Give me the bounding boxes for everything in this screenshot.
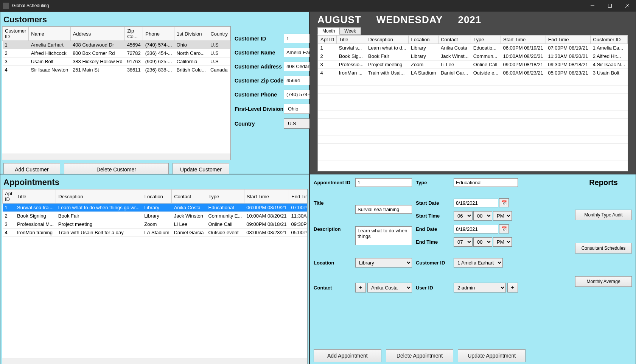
close-button[interactable] <box>619 0 636 11</box>
calendar-col-header[interactable]: Apt ID <box>318 36 337 44</box>
appointment-form-panel: Appointment ID Type Title Start Date 📅 S… <box>309 174 636 364</box>
calendar-day: WEDNESDAY <box>376 14 443 26</box>
table-row[interactable]: 3Usain Bolt383 Hickory Hollow Rd91763(90… <box>3 58 230 66</box>
apt-desc-label: Description <box>314 226 351 232</box>
svg-rect-1 <box>608 4 612 8</box>
tab-week[interactable]: Week <box>339 27 361 35</box>
add-user-icon[interactable]: + <box>507 283 518 292</box>
apt-enddate-input[interactable] <box>454 225 498 233</box>
minimize-button[interactable] <box>584 0 601 11</box>
table-row[interactable]: 2Alfred Hitchcock800 Box Corner Rd72782(… <box>3 49 230 58</box>
appointments-col-header[interactable]: Location <box>142 190 172 204</box>
appointments-col-header[interactable]: Apt ID <box>3 190 15 204</box>
customers-col-header[interactable]: Zip Co... <box>125 27 143 41</box>
customers-title: Customers <box>3 15 308 25</box>
table-row[interactable]: 2Book Sig...Book FairLibraryJack Winst..… <box>318 52 628 61</box>
update-appointment-button[interactable]: Update Appointment <box>458 349 526 362</box>
maximize-button[interactable] <box>601 0 619 11</box>
appointments-col-header[interactable]: Description <box>56 190 142 204</box>
customers-col-header[interactable]: Address <box>70 27 125 41</box>
reports-title: Reports <box>575 178 632 187</box>
appointments-col-header[interactable]: End Time <box>289 190 308 204</box>
tab-month[interactable]: Month <box>317 27 340 35</box>
customers-hscroll[interactable] <box>2 154 230 160</box>
apt-id-input[interactable] <box>355 178 412 187</box>
customer-id-label: Customer ID <box>235 36 284 42</box>
apt-title-label: Title <box>314 200 351 206</box>
window-title: Global Scheduling <box>12 3 49 8</box>
customers-panel: Customers Customer IDNameAddressZip Co..… <box>0 11 309 174</box>
calendar-col-header[interactable]: End Time <box>546 36 591 44</box>
customers-col-header[interactable]: 1st Division <box>174 27 208 41</box>
monthly-type-audit-button[interactable]: Monthly Type Audit <box>575 210 632 220</box>
appointments-hscroll[interactable] <box>2 358 307 364</box>
customers-col-header[interactable]: Name <box>29 27 70 41</box>
apt-customer-select[interactable]: 1 Amelia Earhart <box>454 258 503 268</box>
add-appointment-button[interactable]: Add Appointment <box>314 349 381 362</box>
apt-location-select[interactable]: Library <box>355 258 412 268</box>
add-contact-icon[interactable]: + <box>355 283 366 292</box>
customers-grid[interactable]: Customer IDNameAddressZip Co...Phone1st … <box>2 26 231 160</box>
calendar-year: 2021 <box>458 14 481 26</box>
appointments-col-header[interactable]: Start Time <box>244 190 289 204</box>
customers-col-header[interactable]: Phone <box>143 27 174 41</box>
customer-division-label: First-Level Division <box>235 106 284 112</box>
appointments-title: Appointments <box>3 177 308 187</box>
appointments-col-header[interactable]: Title <box>15 190 56 204</box>
apt-type-input[interactable] <box>454 178 518 187</box>
table-row[interactable]: 3Professio...Project meetingZoomLi LeeOn… <box>318 61 628 69</box>
calendar-icon[interactable]: 📅 <box>499 198 509 207</box>
apt-customer-label: Customer ID <box>416 260 450 266</box>
apt-start-ap[interactable]: PM <box>493 211 512 221</box>
apt-user-label: User ID <box>416 285 450 291</box>
table-row[interactable]: 3Professional M...Project meetingZoomLi … <box>3 220 308 229</box>
table-row[interactable]: 1Survial sea trai...Learn what to do whe… <box>3 204 308 212</box>
table-row[interactable]: 1Survial s...Learn what to d...LibraryAn… <box>318 44 628 52</box>
reports-panel: Reports Monthly Type Audit Consultant Sc… <box>575 178 632 287</box>
customers-col-header[interactable]: Country <box>208 27 230 41</box>
apt-start-hh[interactable]: 06 <box>454 211 473 221</box>
calendar-col-header[interactable]: Type <box>471 36 501 44</box>
table-row[interactable]: 4IronMan trainingTrain with Usain Bolt f… <box>3 229 308 237</box>
customer-zip-label: Customer Zip Code <box>235 78 284 84</box>
apt-end-ap[interactable]: PM <box>493 237 512 247</box>
apt-title-input[interactable] <box>355 205 412 214</box>
table-row[interactable]: 1Amelia Earhart408 Cedarwood Dr45694(740… <box>3 41 230 49</box>
calendar-col-header[interactable]: Description <box>366 36 409 44</box>
apt-desc-input[interactable] <box>355 226 412 245</box>
calendar-col-header[interactable]: Customer ID <box>591 36 628 44</box>
apt-type-label: Type <box>416 180 450 185</box>
appointments-grid[interactable]: Apt IDTitleDescriptionLocationContactTyp… <box>2 189 308 364</box>
titlebar: Global Scheduling <box>0 0 636 11</box>
table-row[interactable]: 4Sir Isaac Newton251 Main St38611(236) 8… <box>3 66 230 74</box>
calendar-col-header[interactable]: Contact <box>439 36 471 44</box>
apt-user-select[interactable]: 2 admin <box>454 283 506 292</box>
apt-startdate-label: Start Date <box>416 200 450 206</box>
apt-startdate-input[interactable] <box>454 199 498 207</box>
apt-starttime-label: Start Time <box>416 213 450 219</box>
consultant-schedules-button[interactable]: Consultant Schedules <box>575 243 632 254</box>
apt-end-hh[interactable]: 07 <box>454 237 473 247</box>
customer-name-label: Customer Name <box>235 50 284 56</box>
apt-contact-select[interactable]: Anika Costa <box>367 283 412 292</box>
calendar-col-header[interactable]: Title <box>337 36 366 44</box>
appointments-panel: Appointments Apt IDTitleDescriptionLocat… <box>0 174 309 364</box>
calendar-panel: AUGUST WEDNESDAY 2021 Month Week Apt IDT… <box>309 11 636 174</box>
calendar-grid[interactable]: Apt IDTitleDescriptionLocationContactTyp… <box>317 35 628 171</box>
customer-phone-label: Customer Phone <box>235 92 284 98</box>
calendar-col-header[interactable]: Location <box>409 36 439 44</box>
appointments-col-header[interactable]: Type <box>206 190 244 204</box>
customers-col-header[interactable]: Customer ID <box>3 27 29 41</box>
apt-enddate-label: End Date <box>416 226 450 232</box>
appointments-col-header[interactable]: Contact <box>172 190 206 204</box>
calendar-icon[interactable]: 📅 <box>499 224 509 233</box>
apt-endtime-label: End Time <box>416 239 450 245</box>
delete-appointment-button[interactable]: Delete Appointment <box>386 349 454 362</box>
apt-start-mm[interactable]: 00 <box>473 211 492 221</box>
apt-end-mm[interactable]: 00 <box>473 237 492 247</box>
table-row[interactable]: 4IronMan ...Train with Usai...LA Stadium… <box>318 69 628 77</box>
calendar-col-header[interactable]: Start Time <box>501 36 546 44</box>
table-row[interactable]: 2Book SigningBook FairLibraryJack Winsto… <box>3 212 308 220</box>
apt-id-label: Appointment ID <box>314 180 351 185</box>
monthly-average-button[interactable]: Monthly Average <box>575 276 632 287</box>
